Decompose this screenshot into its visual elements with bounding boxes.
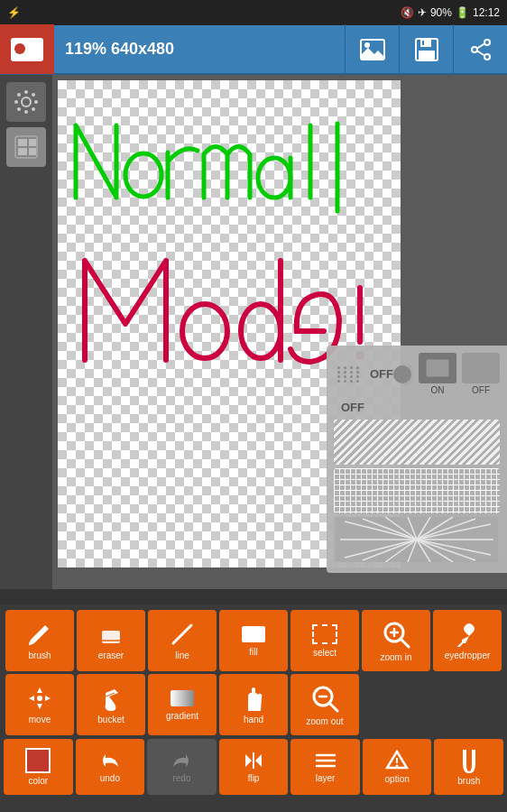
status-bar: ⚡ 🔇 ✈ 90% 🔋 12:12 <box>0 0 507 25</box>
color-button[interactable]: color <box>4 739 73 795</box>
svg-rect-24 <box>29 148 36 155</box>
svg-marker-62 <box>29 696 34 701</box>
main-canvas-area: OFF ON OFF <box>0 75 507 589</box>
option-label: option <box>385 774 410 784</box>
svg-point-78 <box>396 765 399 768</box>
svg-line-9 <box>477 43 484 48</box>
svg-point-28 <box>241 304 281 358</box>
svg-marker-72 <box>255 754 262 767</box>
svg-point-13 <box>24 110 28 114</box>
grid-dots-icon <box>334 363 364 386</box>
redo-button[interactable]: redo <box>147 739 217 795</box>
brush-action-label: brush <box>457 776 480 786</box>
time-display: 12:12 <box>473 6 500 19</box>
bucket-tool[interactable]: bucket <box>77 674 145 735</box>
overlay-row-2: OFF <box>334 401 500 414</box>
svg-rect-54 <box>242 626 265 642</box>
mute-icon: 🔇 <box>401 6 414 19</box>
svg-point-1 <box>364 42 370 48</box>
svg-point-14 <box>14 100 18 104</box>
battery-icon: 🔋 <box>456 6 469 19</box>
rays-texture-btn[interactable] <box>334 517 500 562</box>
zoom-in-tool-label: zoom in <box>380 652 411 662</box>
svg-point-15 <box>34 100 38 104</box>
battery-level: 90% <box>430 6 452 19</box>
svg-point-17 <box>32 107 35 111</box>
fill-tool[interactable]: fill <box>219 610 288 671</box>
svg-line-56 <box>401 639 409 647</box>
overlay-toggle[interactable] <box>399 364 413 385</box>
svg-rect-3 <box>420 39 431 47</box>
eyedropper-tool[interactable]: eyedropper <box>433 610 502 671</box>
svg-marker-61 <box>37 704 42 709</box>
overlay-off-label-2: OFF <box>334 401 364 414</box>
grid-texture-btn[interactable] <box>334 468 500 513</box>
left-panel <box>0 75 52 589</box>
canvas-info: 119% 640x480 <box>54 40 345 59</box>
svg-rect-4 <box>419 51 435 60</box>
svg-point-27 <box>182 304 227 358</box>
eraser-tool[interactable]: eraser <box>77 610 145 671</box>
settings-tool-button[interactable] <box>6 82 46 122</box>
flip-button[interactable]: flip <box>219 739 289 795</box>
overlay-panel: OFF ON OFF <box>327 346 507 573</box>
flip-label: flip <box>248 773 260 783</box>
svg-rect-23 <box>29 139 36 146</box>
fill-tool-label: fill <box>249 647 257 657</box>
app-brand <box>0 24 54 74</box>
gradient-tool-label: gradient <box>166 711 198 721</box>
option-button[interactable]: option <box>363 739 432 795</box>
status-right: 🔇 ✈ 90% 🔋 12:12 <box>401 6 500 19</box>
zoom-in-tool[interactable]: zoom in <box>362 610 430 671</box>
save-button[interactable] <box>399 24 453 74</box>
undo-button[interactable]: undo <box>76 739 145 795</box>
on-label: ON <box>431 385 445 395</box>
svg-rect-21 <box>18 139 27 146</box>
zoom-out-tool[interactable]: zoom out <box>290 674 359 735</box>
svg-point-19 <box>17 107 21 111</box>
svg-marker-60 <box>37 687 42 693</box>
stripe-texture-btn[interactable] <box>334 420 500 465</box>
move-tool-label: move <box>29 715 51 724</box>
layer-button[interactable]: layer <box>290 739 360 795</box>
overlay-on-icon[interactable] <box>419 353 456 383</box>
redo-label: redo <box>172 773 190 783</box>
move-tool[interactable]: move <box>5 674 74 735</box>
brush-tool-label: brush <box>28 651 51 660</box>
action-bar: color undo redo flip <box>4 739 503 795</box>
hand-tool-label: hand <box>244 715 263 724</box>
svg-line-53 <box>173 625 191 643</box>
usb-icon: ⚡ <box>7 6 21 19</box>
tool-grid: brush eraser line fill select <box>0 604 507 739</box>
brush-tool[interactable]: brush <box>5 610 74 671</box>
svg-rect-51 <box>102 631 120 643</box>
layers-tool-button[interactable] <box>6 127 46 167</box>
gradient-tool[interactable]: gradient <box>148 674 217 735</box>
toolbar-actions <box>345 24 507 74</box>
hand-tool[interactable]: hand <box>219 674 288 735</box>
svg-marker-63 <box>45 696 51 701</box>
color-label: color <box>28 776 48 786</box>
svg-line-68 <box>329 703 337 711</box>
select-tool[interactable]: select <box>290 610 359 671</box>
undo-label: undo <box>100 773 120 783</box>
share-button[interactable] <box>453 24 507 74</box>
bottom-palette: brush eraser line fill select <box>0 604 507 812</box>
line-tool-label: line <box>175 651 189 660</box>
image-button[interactable] <box>345 24 399 74</box>
brush-action-button[interactable]: brush <box>434 739 503 795</box>
svg-marker-70 <box>245 754 252 767</box>
svg-point-64 <box>37 696 42 701</box>
svg-line-59 <box>458 643 462 647</box>
svg-point-18 <box>32 93 35 97</box>
svg-rect-5 <box>422 41 424 45</box>
toggle-knob <box>393 365 411 383</box>
svg-point-7 <box>484 54 490 60</box>
overlay-off-icon[interactable] <box>462 353 500 383</box>
zoom-out-tool-label: zoom out <box>306 716 343 726</box>
color-swatch <box>25 748 51 773</box>
line-tool[interactable]: line <box>148 610 217 671</box>
select-dashed-icon <box>312 624 337 644</box>
top-toolbar: 119% 640x480 <box>0 25 507 75</box>
svg-point-12 <box>24 90 28 94</box>
